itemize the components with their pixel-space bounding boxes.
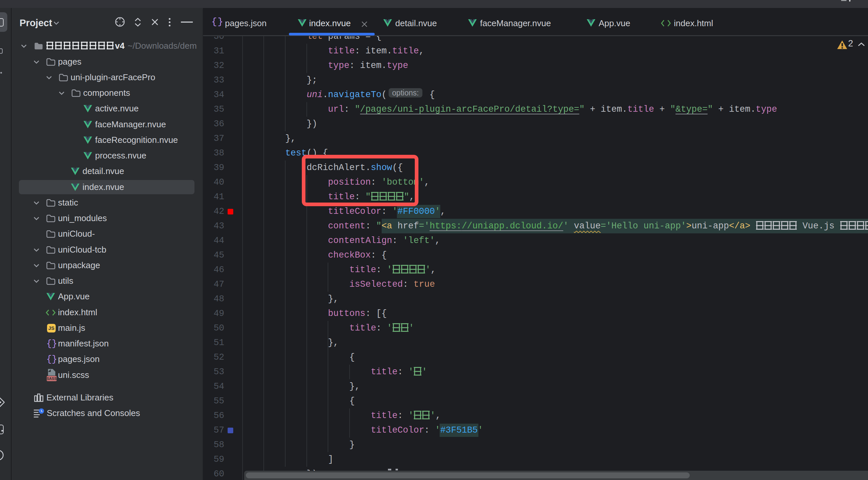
svg-text:SASS: SASS [47, 377, 57, 381]
